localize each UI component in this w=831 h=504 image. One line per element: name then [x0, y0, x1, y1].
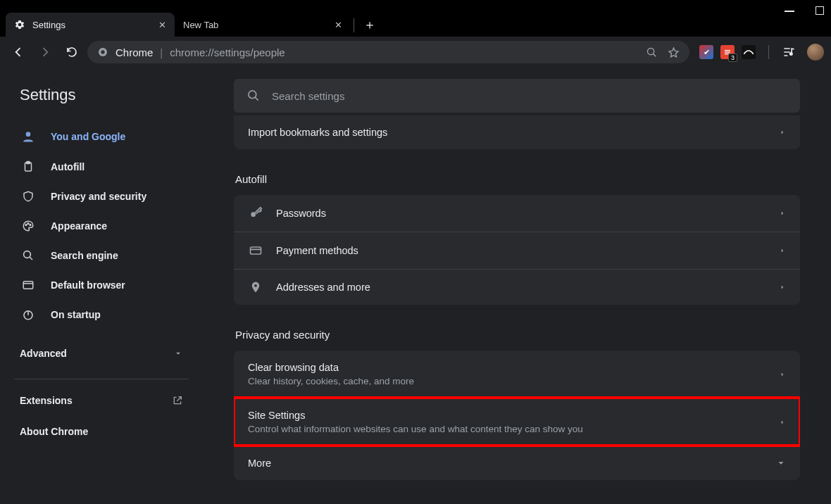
row-clear-browsing-data[interactable]: Clear browsing data Clear history, cooki…	[234, 351, 800, 398]
shield-icon	[21, 190, 35, 203]
svg-point-9	[30, 225, 31, 226]
chevron-right-icon	[779, 282, 786, 292]
sidebar-item-appearance[interactable]: Appearance	[0, 211, 196, 241]
reload-button[interactable]	[61, 41, 83, 63]
row-site-settings[interactable]: Site Settings Control what information w…	[234, 398, 800, 446]
palette-icon	[21, 220, 35, 232]
row-payment-methods[interactable]: Payment methods	[234, 232, 800, 269]
sidebar-item-label: Autofill	[51, 161, 85, 172]
sidebar-item-search-engine[interactable]: Search engine	[0, 241, 196, 270]
sidebar-item-on-startup[interactable]: On startup	[0, 300, 196, 329]
row-import-bookmarks[interactable]: Import bookmarks and settings	[234, 115, 800, 149]
svg-point-8	[27, 223, 29, 225]
sidebar-item-you-and-google[interactable]: You and Google	[0, 121, 196, 152]
row-passwords[interactable]: Passwords	[234, 195, 800, 232]
row-title: Site Settings	[248, 410, 766, 421]
tab-label: Settings	[32, 20, 65, 30]
power-icon	[21, 308, 35, 321]
chrome-page-icon	[97, 46, 108, 58]
svg-point-3	[790, 53, 792, 55]
sidebar-item-privacy[interactable]: Privacy and security	[0, 182, 196, 211]
address-bar[interactable]: Chrome | chrome://settings/people	[87, 41, 689, 63]
sidebar-item-label: Default browser	[51, 279, 125, 291]
sidebar-link-label: About Chrome	[20, 426, 88, 437]
section-title-privacy: Privacy and security	[235, 329, 800, 341]
bookmark-star-icon[interactable]	[668, 46, 680, 58]
settings-search[interactable]	[234, 79, 800, 113]
chevron-right-icon	[779, 208, 786, 218]
tab-newtab[interactable]: New Tab ✕	[175, 13, 351, 37]
url-path: chrome://settings/people	[170, 46, 285, 58]
clipboard-icon	[21, 160, 35, 173]
window-maximize-button[interactable]	[816, 6, 824, 15]
url-divider: |	[160, 46, 163, 58]
sidebar-link-extensions[interactable]: Extensions	[0, 385, 203, 416]
svg-point-14	[251, 212, 256, 217]
settings-search-input[interactable]	[272, 90, 787, 102]
sidebar-advanced-toggle[interactable]: Advanced	[0, 336, 203, 370]
window-titlebar	[0, 0, 831, 11]
browser-window-icon	[21, 279, 35, 291]
chevron-down-icon	[173, 348, 183, 358]
close-icon[interactable]: ✕	[158, 20, 166, 30]
sidebar-link-label: Extensions	[20, 395, 73, 406]
svg-point-10	[24, 251, 31, 258]
svg-point-2	[647, 48, 654, 54]
row-addresses[interactable]: Addresses and more	[234, 269, 800, 305]
sidebar-item-label: Privacy and security	[51, 191, 146, 202]
open-external-icon	[172, 395, 183, 406]
sidebar-item-label: You and Google	[51, 131, 125, 142]
settings-main: Import bookmarks and settings Autofill P…	[203, 68, 831, 504]
svg-point-13	[249, 91, 256, 99]
settings-sidebar: Settings You and Google Autofill Privacy…	[0, 68, 203, 504]
row-title: Passwords	[276, 208, 766, 219]
row-subtitle: Control what information websites can us…	[248, 424, 766, 434]
svg-rect-11	[23, 282, 33, 289]
profile-avatar[interactable]	[807, 44, 824, 61]
new-tab-button[interactable]: ＋	[360, 15, 380, 34]
zoom-search-icon[interactable]	[646, 46, 658, 58]
person-icon	[21, 130, 35, 144]
location-pin-icon	[248, 281, 263, 294]
svg-point-4	[26, 132, 31, 137]
svg-rect-15	[251, 247, 261, 254]
tab-strip: Settings ✕ New Tab ✕ ＋	[0, 11, 831, 37]
gear-icon	[14, 19, 25, 30]
tab-label: New Tab	[183, 20, 218, 30]
chevron-right-icon	[779, 246, 786, 256]
forward-button[interactable]	[34, 41, 56, 63]
row-subtitle: Clear history, cookies, cache, and more	[248, 376, 766, 386]
extension-icon[interactable]	[742, 45, 756, 59]
key-icon	[248, 206, 263, 220]
chevron-right-icon	[779, 127, 786, 137]
window-minimize-button[interactable]	[785, 11, 794, 12]
svg-rect-6	[27, 162, 30, 164]
search-icon	[21, 249, 35, 262]
row-more[interactable]: More	[234, 446, 800, 480]
sidebar-item-default-browser[interactable]: Default browser	[0, 270, 196, 300]
media-control-icon[interactable]	[782, 45, 796, 59]
close-icon[interactable]: ✕	[335, 20, 342, 30]
extension-todoist-icon[interactable]: 3	[720, 45, 735, 59]
row-title: Addresses and more	[276, 282, 766, 293]
chevron-right-icon	[779, 370, 786, 379]
sidebar-item-label: On startup	[51, 309, 101, 320]
row-title: Payment methods	[276, 245, 766, 256]
svg-point-7	[25, 225, 27, 226]
chevron-right-icon	[779, 417, 786, 427]
search-icon	[246, 89, 261, 103]
toolbar-separator	[768, 45, 769, 59]
sidebar-item-autofill[interactable]: Autofill	[0, 152, 196, 182]
toolbar: Chrome | chrome://settings/people ✔ 3	[0, 37, 831, 68]
sidebar-item-label: Search engine	[51, 250, 118, 261]
sidebar-divider	[14, 379, 189, 379]
sidebar-link-about[interactable]: About Chrome	[0, 416, 203, 447]
extension-icon[interactable]: ✔	[699, 45, 713, 59]
chevron-down-icon	[776, 458, 786, 468]
tab-settings[interactable]: Settings ✕	[6, 13, 175, 37]
row-title: Clear browsing data	[248, 362, 766, 373]
back-button[interactable]	[7, 41, 30, 63]
credit-card-icon	[248, 244, 263, 258]
section-title-autofill: Autofill	[235, 173, 800, 185]
row-title: More	[248, 458, 763, 469]
